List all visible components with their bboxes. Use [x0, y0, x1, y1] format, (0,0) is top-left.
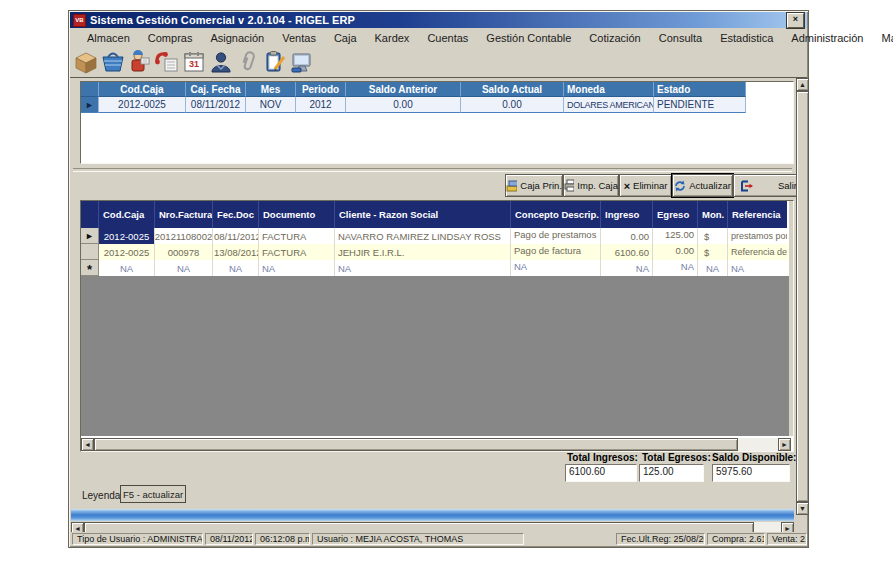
- detalle-row-1[interactable]: ► 2012-0025 20121108002 08/11/2012 FACTU…: [81, 228, 793, 244]
- cell-referencia[interactable]: prestamos por movili: [728, 228, 787, 244]
- caja-cell-periodo[interactable]: 2012: [296, 97, 346, 113]
- eliminar-button[interactable]: × Eliminar: [619, 174, 672, 197]
- cell-mon[interactable]: $: [698, 244, 728, 260]
- paperclip-icon[interactable]: [234, 48, 261, 76]
- detalle-row-new[interactable]: * NA NA NA NA NA NA NA NA NA NA: [81, 260, 793, 276]
- scroll-track[interactable]: [738, 438, 778, 451]
- menu-ventas[interactable]: Ventas: [273, 31, 325, 45]
- menu-almacen[interactable]: Almacen: [78, 31, 139, 45]
- cell-doc[interactable]: NA: [259, 260, 335, 276]
- x-icon: ×: [624, 180, 630, 192]
- caja-header-saldo-anterior: Saldo Anterior: [346, 82, 461, 97]
- cell-referencia[interactable]: NA: [728, 260, 787, 276]
- cell-nro[interactable]: 000978: [155, 244, 213, 260]
- cell-concepto[interactable]: Pago de factura: [511, 244, 601, 260]
- menu-mantenimiento[interactable]: Mantenimiento: [872, 31, 893, 45]
- user-icon[interactable]: [207, 48, 234, 76]
- clipboard-icon[interactable]: [261, 48, 288, 76]
- caja-cell-saldo-anterior[interactable]: 0.00: [346, 97, 461, 113]
- leyenda-key: F5 - actualizar: [120, 485, 186, 503]
- cell-ingreso[interactable]: NA: [601, 260, 653, 276]
- mdi-vertical-scrollbar[interactable]: ▲ ▼: [796, 78, 809, 515]
- cell-mon[interactable]: $: [698, 228, 728, 244]
- cell-nro[interactable]: NA: [155, 260, 213, 276]
- cell-referencia[interactable]: Referencia del mont: [728, 244, 787, 260]
- actualizar-button[interactable]: Actualizar: [672, 174, 733, 197]
- cell-doc[interactable]: FACTURA: [259, 228, 335, 244]
- phonebook-icon[interactable]: [153, 48, 180, 76]
- screenshot: VB Sistema Gestión Comercial v 2.0.104 -…: [0, 0, 893, 582]
- window-title: Sistema Gestión Comercial v 2.0.104 - RI…: [90, 14, 355, 26]
- row-selector-arrow: ►: [81, 97, 99, 113]
- detalle-row-2[interactable]: 2012-0025 000978 13/08/2012 FACTURA JEHJ…: [81, 244, 793, 260]
- cell-cliente[interactable]: JEHJIR E.I.R.L.: [335, 244, 511, 260]
- cell-concepto[interactable]: NA: [511, 260, 601, 276]
- scroll-left-icon[interactable]: ◄: [81, 438, 94, 451]
- cell-nro[interactable]: 20121108002: [155, 228, 213, 244]
- cell-egreso[interactable]: 125.00: [653, 228, 698, 244]
- courier-icon[interactable]: [126, 48, 153, 76]
- menu-asignacion[interactable]: Asignación: [201, 31, 273, 45]
- cell-fec[interactable]: NA: [213, 260, 259, 276]
- caja-cell-estado[interactable]: PENDIENTE: [654, 97, 746, 113]
- menu-caja[interactable]: Caja: [325, 31, 366, 45]
- close-button[interactable]: ×: [787, 13, 804, 28]
- scroll-thumb[interactable]: [94, 438, 738, 451]
- row-selector: [81, 244, 99, 260]
- separator-line: [73, 168, 792, 172]
- leyenda-label: Leyenda:: [82, 490, 123, 501]
- imp-caja-button[interactable]: Imp. Caja: [563, 174, 619, 197]
- cell-ingreso[interactable]: 6100.60: [601, 244, 653, 260]
- menu-gestion-contable[interactable]: Gestión Contable: [477, 31, 580, 45]
- grid-horizontal-scrollbar[interactable]: ◄ ►: [81, 438, 791, 451]
- menu-estadistica[interactable]: Estadistica: [711, 31, 782, 45]
- cell-egreso[interactable]: NA: [653, 260, 698, 276]
- total-ingresos-field[interactable]: 6100.60: [565, 464, 637, 482]
- caja-row[interactable]: ► 2012-0025 08/11/2012 NOV 2012 0.00 0.0…: [81, 97, 793, 113]
- menu-administracion[interactable]: Administración: [782, 31, 872, 45]
- salir-button[interactable]: Salir: [733, 174, 804, 197]
- menu-cuentas[interactable]: Cuentas: [418, 31, 477, 45]
- new-row-asterisk: *: [81, 260, 99, 276]
- cell-cod[interactable]: 2012-0025: [99, 228, 155, 244]
- svg-text:31: 31: [188, 59, 198, 69]
- cell-cliente[interactable]: NAVARRO RAMIREZ LINDSAY ROSS: [335, 228, 511, 244]
- total-egresos-field[interactable]: 125.00: [639, 464, 704, 482]
- caja-cell-mes[interactable]: NOV: [246, 97, 296, 113]
- menu-compras[interactable]: Compras: [139, 31, 202, 45]
- grid-empty-area: [81, 276, 791, 436]
- caja-cell-saldo-actual[interactable]: 0.00: [461, 97, 564, 113]
- cell-cod[interactable]: 2012-0025: [99, 244, 155, 260]
- caja-prin-button[interactable]: Caja Prin.: [505, 174, 563, 197]
- refresh-icon: [674, 180, 686, 192]
- menu-kardex[interactable]: Kardex: [366, 31, 419, 45]
- saldo-disponible-field[interactable]: 5975.60: [712, 464, 790, 482]
- calendar-icon[interactable]: 31: [180, 48, 207, 76]
- scroll-up-icon[interactable]: ▲: [796, 78, 809, 91]
- scroll-thumb[interactable]: [796, 91, 809, 502]
- menu-cotizacion[interactable]: Cotización: [580, 31, 649, 45]
- status-venta-rate: Venta: 2.6150: [767, 533, 807, 545]
- cell-ingreso[interactable]: 0.00: [601, 228, 653, 244]
- app-window: VB Sistema Gestión Comercial v 2.0.104 -…: [68, 10, 809, 548]
- scroll-down-icon[interactable]: ▼: [796, 502, 809, 515]
- cell-cod[interactable]: NA: [99, 260, 155, 276]
- caja-cell-fecha[interactable]: 08/11/2012: [186, 97, 246, 113]
- cell-cliente[interactable]: NA: [335, 260, 511, 276]
- caja-cell-cod[interactable]: 2012-0025: [99, 97, 186, 113]
- cell-egreso[interactable]: 0.00: [653, 244, 698, 260]
- scroll-right-icon[interactable]: ►: [778, 438, 791, 451]
- cell-concepto[interactable]: Pago de prestamos: [511, 228, 601, 244]
- status-username: Usuario : MEJIA ACOSTA, THOMAS: [312, 533, 524, 545]
- cell-fec[interactable]: 08/11/2012: [213, 228, 259, 244]
- menu-consulta[interactable]: Consulta: [650, 31, 711, 45]
- caja-cell-moneda[interactable]: DOLARES AMERICANOS: [564, 97, 654, 113]
- caja-header-fecha: Caj. Fecha: [186, 82, 246, 97]
- computer-icon[interactable]: [288, 48, 315, 76]
- basket-icon[interactable]: [99, 48, 126, 76]
- cell-mon[interactable]: NA: [698, 260, 728, 276]
- cell-doc[interactable]: FACTURA: [259, 244, 335, 260]
- cell-fec[interactable]: 13/08/2012: [213, 244, 259, 260]
- package-icon[interactable]: [72, 48, 99, 76]
- caja-header-mes: Mes: [246, 82, 296, 97]
